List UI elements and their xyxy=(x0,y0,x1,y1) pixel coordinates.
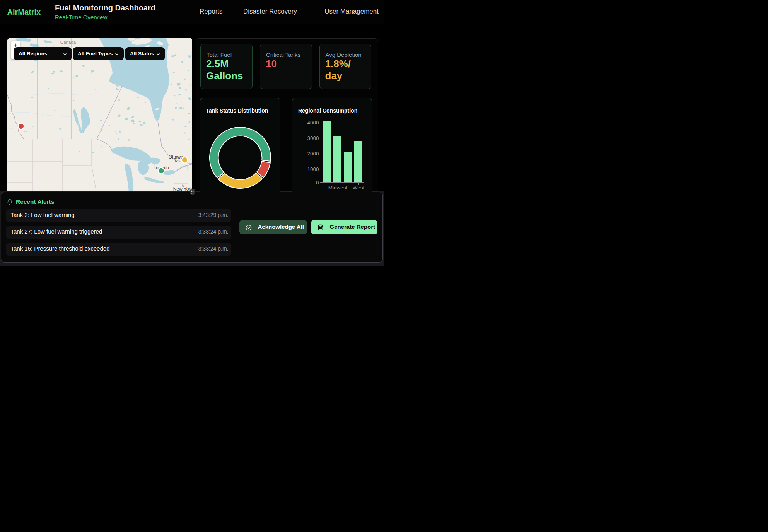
svg-text:Ottawa: Ottawa xyxy=(168,154,183,160)
svg-text:Canada: Canada xyxy=(60,40,76,44)
